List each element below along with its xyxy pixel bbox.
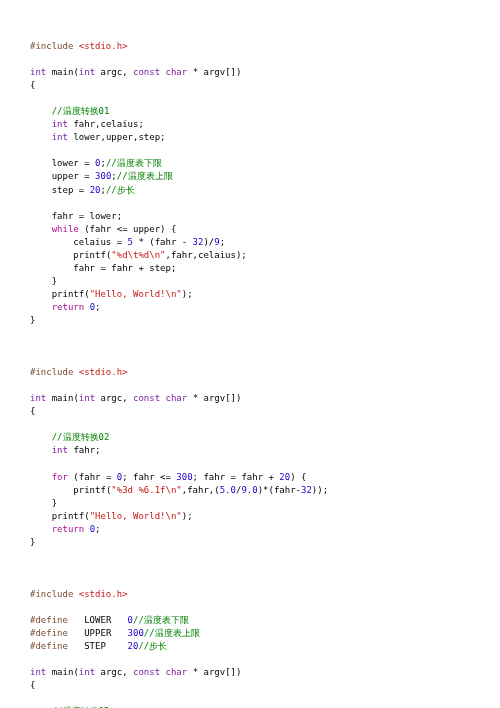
include-kw: #include (30, 41, 73, 51)
comment-title: //温度转换01 (52, 106, 110, 116)
code-block-1: #include <stdio.h> int main(int argc, co… (30, 40, 470, 708)
ret-type: int (30, 67, 46, 77)
include-arg: <stdio.h> (79, 41, 128, 51)
